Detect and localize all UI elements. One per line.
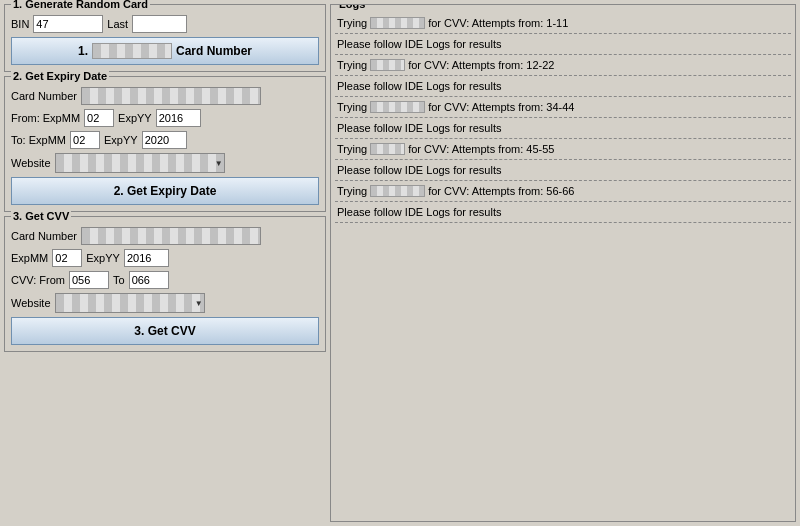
- s2-website-row: Website: [11, 153, 319, 173]
- button1-masked: [92, 43, 172, 59]
- log-divider-3: [335, 75, 791, 76]
- s3-cvv-to-label: To: [113, 274, 125, 286]
- log-info-2: Please follow IDE Logs for results: [337, 80, 501, 92]
- section2-box: 2. Get Expiry Date Card Number From: Exp…: [4, 76, 326, 212]
- s2-website-select[interactable]: [55, 153, 225, 173]
- log-entry-6: Please follow IDE Logs for results: [335, 120, 791, 136]
- s3-cvv-from-input[interactable]: [69, 271, 109, 289]
- s2-from-yy-label: ExpYY: [118, 112, 152, 124]
- s2-website-label: Website: [11, 157, 51, 169]
- log-entry-4: Please follow IDE Logs for results: [335, 78, 791, 94]
- s3-expmm-label: ExpMM: [11, 252, 48, 264]
- log-divider-10: [335, 222, 791, 223]
- last-input[interactable]: [132, 15, 187, 33]
- s2-to-yy-input[interactable]: [142, 131, 187, 149]
- log-masked-2: [370, 59, 405, 71]
- s3-website-label: Website: [11, 297, 51, 309]
- s2-from-yy-input[interactable]: [156, 109, 201, 127]
- logs-panel: Logs Trying for CVV: Attempts from: 1-11…: [330, 4, 796, 522]
- s2-to-mm-input[interactable]: [70, 131, 100, 149]
- s3-website-select[interactable]: [55, 293, 205, 313]
- s3-cvv-row: CVV: From To: [11, 271, 319, 289]
- log-info-1: Please follow IDE Logs for results: [337, 38, 501, 50]
- log-trying-2-after: for CVV: Attempts from: 12-22: [408, 59, 554, 71]
- log-entry-2: Please follow IDE Logs for results: [335, 36, 791, 52]
- log-divider-9: [335, 201, 791, 202]
- logs-title: Logs: [337, 4, 367, 10]
- section1-box: 1. Generate Random Card BIN Last 1. Card…: [4, 4, 326, 72]
- s3-card-row: Card Number: [11, 227, 319, 245]
- section1-content: BIN Last 1. Card Number: [11, 15, 319, 65]
- log-trying-3-after: for CVV: Attempts from: 34-44: [428, 101, 574, 113]
- log-divider-7: [335, 159, 791, 160]
- section3-title: 3. Get CVV: [11, 210, 71, 222]
- log-info-4: Please follow IDE Logs for results: [337, 164, 501, 176]
- get-expiry-button[interactable]: 2. Get Expiry Date: [11, 177, 319, 205]
- bin-row: BIN Last: [11, 15, 319, 33]
- s3-expmm-input[interactable]: [52, 249, 82, 267]
- s3-card-label: Card Number: [11, 230, 77, 242]
- bin-label: BIN: [11, 18, 29, 30]
- s2-to-yy-label: ExpYY: [104, 134, 138, 146]
- log-divider-6: [335, 138, 791, 139]
- section2-title: 2. Get Expiry Date: [11, 70, 109, 82]
- log-masked-5: [370, 185, 425, 197]
- logs-content: Trying for CVV: Attempts from: 1-11 Plea…: [335, 15, 791, 225]
- log-trying-4-after: for CVV: Attempts from: 45-55: [408, 143, 554, 155]
- log-divider-8: [335, 180, 791, 181]
- log-trying-1-after: for CVV: Attempts from: 1-11: [428, 17, 568, 29]
- s3-website-row: Website: [11, 293, 319, 313]
- s2-card-label: Card Number: [11, 90, 77, 102]
- log-masked-3: [370, 101, 425, 113]
- left-panel: 1. Generate Random Card BIN Last 1. Card…: [4, 4, 326, 522]
- log-divider-2: [335, 54, 791, 55]
- s3-website-select-wrapper: [55, 293, 205, 313]
- log-entry-10: Please follow IDE Logs for results: [335, 204, 791, 220]
- log-trying-5-after: for CVV: Attempts from: 56-66: [428, 185, 574, 197]
- log-trying-1-before: Trying: [337, 17, 367, 29]
- log-trying-3-before: Trying: [337, 101, 367, 113]
- log-entry-7: Trying for CVV: Attempts from: 45-55: [335, 141, 791, 157]
- log-divider-4: [335, 96, 791, 97]
- log-entry-3: Trying for CVV: Attempts from: 12-22: [335, 57, 791, 73]
- s2-to-label: To: ExpMM: [11, 134, 66, 146]
- s2-website-select-wrapper: [55, 153, 225, 173]
- s2-from-label: From: ExpMM: [11, 112, 80, 124]
- log-trying-4-before: Trying: [337, 143, 367, 155]
- section2-content: Card Number From: ExpMM ExpYY To: ExpMM …: [11, 87, 319, 205]
- s3-expyy-input[interactable]: [124, 249, 169, 267]
- s3-exp-row: ExpMM ExpYY: [11, 249, 319, 267]
- s2-card-row: Card Number: [11, 87, 319, 105]
- s2-from-row: From: ExpMM ExpYY: [11, 109, 319, 127]
- main-container: 1. Generate Random Card BIN Last 1. Card…: [0, 0, 800, 526]
- log-masked-1: [370, 17, 425, 29]
- s3-card-input[interactable]: [81, 227, 261, 245]
- log-entry-1: Trying for CVV: Attempts from: 1-11: [335, 15, 791, 31]
- bin-input[interactable]: [33, 15, 103, 33]
- button1-num: 1.: [78, 44, 88, 58]
- log-entry-9: Trying for CVV: Attempts from: 56-66: [335, 183, 791, 199]
- log-divider-1: [335, 33, 791, 34]
- s3-cvv-to-input[interactable]: [129, 271, 169, 289]
- s2-from-mm-input[interactable]: [84, 109, 114, 127]
- s3-expyy-label: ExpYY: [86, 252, 120, 264]
- section3-content: Card Number ExpMM ExpYY CVV: From To Web…: [11, 227, 319, 345]
- log-info-5: Please follow IDE Logs for results: [337, 206, 501, 218]
- log-trying-5-before: Trying: [337, 185, 367, 197]
- last-label: Last: [107, 18, 128, 30]
- button1-text: Card Number: [176, 44, 252, 58]
- log-entry-5: Trying for CVV: Attempts from: 34-44: [335, 99, 791, 115]
- log-entry-8: Please follow IDE Logs for results: [335, 162, 791, 178]
- log-trying-2-before: Trying: [337, 59, 367, 71]
- s2-card-input[interactable]: [81, 87, 261, 105]
- generate-card-button[interactable]: 1. Card Number: [11, 37, 319, 65]
- s3-cvv-from-label: CVV: From: [11, 274, 65, 286]
- log-divider-5: [335, 117, 791, 118]
- section1-title: 1. Generate Random Card: [11, 0, 150, 10]
- section3-box: 3. Get CVV Card Number ExpMM ExpYY CVV: …: [4, 216, 326, 352]
- get-cvv-button[interactable]: 3. Get CVV: [11, 317, 319, 345]
- log-masked-4: [370, 143, 405, 155]
- s2-to-row: To: ExpMM ExpYY: [11, 131, 319, 149]
- log-info-3: Please follow IDE Logs for results: [337, 122, 501, 134]
